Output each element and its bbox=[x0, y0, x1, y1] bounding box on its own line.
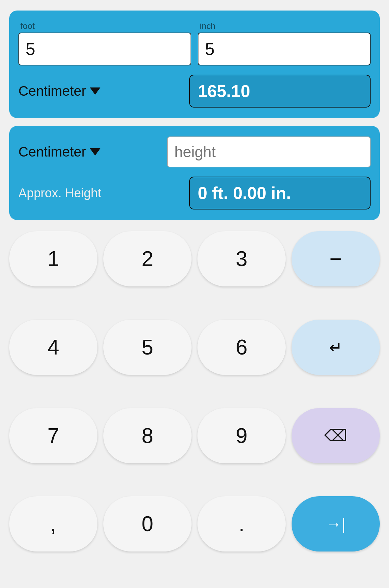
ft-result-button[interactable]: 0 ft. 0.00 in. bbox=[189, 177, 371, 209]
unit-label: Centimeter bbox=[18, 83, 86, 99]
key-4[interactable]: 4 bbox=[9, 320, 97, 375]
height-input[interactable] bbox=[167, 136, 371, 167]
key-6[interactable]: 6 bbox=[197, 320, 286, 375]
unit-input-row: Centimeter bbox=[18, 136, 371, 167]
key-backspace[interactable]: ⌫ bbox=[292, 408, 380, 463]
inch-group: inch bbox=[198, 21, 371, 65]
inch-label: inch bbox=[198, 21, 371, 31]
key-2[interactable]: 2 bbox=[103, 231, 192, 286]
inch-input[interactable] bbox=[198, 33, 371, 65]
unit-result-row: Centimeter 165.10 bbox=[18, 75, 371, 108]
key-next[interactable]: →| bbox=[292, 496, 380, 551]
unit-label-2: Centimeter bbox=[18, 144, 86, 160]
key-minus[interactable]: − bbox=[292, 231, 380, 286]
key-8[interactable]: 8 bbox=[103, 408, 192, 463]
key-tab[interactable]: ↵ bbox=[292, 320, 380, 375]
key-0[interactable]: 0 bbox=[103, 496, 192, 551]
key-9[interactable]: 9 bbox=[197, 408, 286, 463]
numpad: 1 2 3 − 4 5 6 ↵ 7 8 9 ⌫ , 0 . →| bbox=[9, 228, 380, 588]
backspace-icon: ⌫ bbox=[324, 426, 348, 445]
key-7[interactable]: 7 bbox=[9, 408, 97, 463]
approx-height-label: Approx. Height bbox=[18, 186, 183, 200]
cm-to-ft-card: Centimeter Approx. Height 0 ft. 0.00 in. bbox=[9, 126, 380, 220]
key-comma[interactable]: , bbox=[9, 496, 97, 551]
chevron-down-icon bbox=[90, 87, 100, 95]
unit-dropdown-2[interactable]: Centimeter bbox=[18, 144, 161, 160]
foot-input[interactable] bbox=[18, 33, 191, 65]
foot-group: foot bbox=[18, 21, 191, 65]
key-5[interactable]: 5 bbox=[103, 320, 192, 375]
approx-row: Approx. Height 0 ft. 0.00 in. bbox=[18, 177, 371, 209]
ft-to-cm-card: foot inch Centimeter 165.10 bbox=[9, 11, 380, 118]
tab-icon: ↵ bbox=[329, 338, 342, 356]
chevron-down-icon-2 bbox=[90, 148, 100, 156]
key-dot[interactable]: . bbox=[197, 496, 286, 551]
cm-result-button[interactable]: 165.10 bbox=[189, 75, 371, 108]
key-1[interactable]: 1 bbox=[9, 231, 97, 286]
foot-label: foot bbox=[18, 21, 191, 31]
unit-dropdown[interactable]: Centimeter bbox=[18, 83, 183, 99]
inputs-row: foot inch bbox=[18, 21, 371, 65]
key-3[interactable]: 3 bbox=[197, 231, 286, 286]
next-icon: →| bbox=[326, 515, 346, 533]
